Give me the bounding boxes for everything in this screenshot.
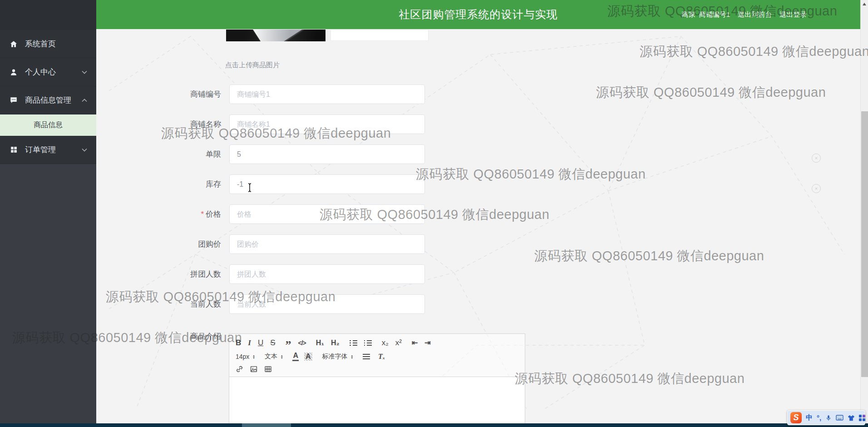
app-header: 社区团购管理系统的设计与实现 商家 商铺编号1 退出到前台 退出登录 [96,0,860,29]
sidebar-logo-area [0,0,96,30]
sidebar-item-label: 订单管理 [25,144,56,155]
text-style-select[interactable]: 文本 ▴▾ [265,353,283,361]
insert-image-button[interactable] [250,365,258,373]
sidebar-subitem-product-info[interactable]: 商品信息 [0,114,96,136]
toolbar-row-2: 14px ▴▾ 文本 ▴▾ A A [236,352,518,361]
header-user: 商家 商铺编号1 [682,10,730,19]
rich-text-editor: B I U S ” </> H₁ H₂ [229,333,525,427]
sidebar-item-profile[interactable]: 个人中心 [0,58,96,86]
spinner-arrows-icon: ▴▾ [253,354,255,359]
group-price-input[interactable] [229,234,425,254]
taskbar-edge [0,423,868,427]
group-size-input[interactable] [229,264,425,284]
video-icon [264,365,272,373]
italic-button[interactable]: I [248,339,251,347]
scrollbar-up-arrow-icon[interactable] [863,3,866,5]
underline-button[interactable]: U [258,339,263,347]
laptop-photo-fragment [252,30,307,41]
sidebar-item-product-mgmt[interactable]: 商品信息管理 [0,86,96,114]
chevron-up-icon [82,99,87,102]
punctuation-icon[interactable]: °, [817,414,821,422]
field-label-description: 商品介绍 [123,331,221,342]
stock-input[interactable] [229,174,425,194]
bullet-list-button[interactable] [364,340,372,346]
deco-circle-icon: × [812,154,821,163]
product-image-preview[interactable] [226,30,326,41]
app-window: 系统首页 个人中心 商品信息管理 商品信息 [0,0,868,427]
field-label-group-size: 拼团人数 [123,264,221,284]
insert-video-button[interactable] [264,365,272,373]
keyboard-icon[interactable] [836,415,843,421]
sidebar-subitem-label: 商品信息 [34,120,63,130]
chinese-mode-icon[interactable]: 中 [806,413,813,422]
indent-button[interactable]: ⇥ [424,339,430,347]
price-input[interactable] [229,204,425,224]
field-label-group-price: 团购价 [123,234,221,254]
deco-circle-icon: × [812,184,821,193]
top-input-fragment[interactable] [330,30,429,41]
spinner-arrows-icon: ▴▾ [351,354,353,359]
spinner-arrows-icon: ▴▾ [281,354,283,359]
field-label-shop-no: 商铺编号 [123,84,221,104]
exit-to-front-link[interactable]: 退出到前台 [738,10,772,19]
single-limit-input[interactable] [229,144,425,164]
header-links: 商家 商铺编号1 退出到前台 退出登录 [682,0,807,29]
clear-format-button[interactable]: Tₓ [378,353,385,361]
shop-no-input[interactable] [229,84,425,104]
field-label-price: *价格 [123,204,221,224]
sidebar: 系统首页 个人中心 商品信息管理 商品信息 [0,0,96,427]
field-label-current-count: 当前人数 [123,294,221,314]
bold-button[interactable]: B [236,339,241,347]
font-family-select[interactable]: 标准字体 ▴▾ [322,353,353,361]
scrollbar-thumb[interactable] [861,111,868,377]
superscript-button[interactable]: x² [395,339,402,347]
microphone-icon[interactable] [825,414,832,422]
bullet-list-icon [364,340,372,346]
sidebar-item-label: 系统首页 [25,39,56,49]
current-count-input[interactable] [229,294,425,314]
heading1-button[interactable]: H₁ [316,339,324,347]
editor-toolbar: B I U S ” </> H₁ H₂ [229,334,525,377]
sidebar-item-label: 商品信息管理 [25,95,71,105]
toolbox-icon[interactable] [859,415,865,421]
link-icon [236,365,243,373]
user-role-label: 商家 [682,10,695,19]
code-block-button[interactable]: </> [298,339,306,347]
user-icon [9,68,18,77]
background-color-button[interactable]: A [304,353,312,361]
main-content: 点击上传商品图片 商铺编号 商铺名称 单限 库存 *价格 团购价 拼团人数 当前… [96,29,860,427]
sidebar-item-home[interactable]: 系统首页 [0,30,96,58]
taskbar-active-segment [242,423,291,427]
skin-icon[interactable] [848,415,855,421]
align-icon [363,354,370,359]
heading2-button[interactable]: H₂ [331,339,340,347]
field-label-single-limit: 单限 [123,144,221,164]
insert-link-button[interactable] [236,365,243,373]
sogou-input-toolbar: S 中 °, [787,410,865,425]
font-size-select[interactable]: 14px ▴▾ [236,353,255,360]
strikethrough-button[interactable]: S [270,339,275,347]
upload-hint-label[interactable]: 点击上传商品图片 [225,61,280,70]
ordered-list-button[interactable] [350,340,357,346]
sidebar-item-order-mgmt[interactable]: 订单管理 [0,136,96,164]
text-color-button[interactable]: A [292,352,299,361]
sogou-logo[interactable]: S [790,412,802,423]
image-icon [250,365,258,373]
field-label-shop-name: 商铺名称 [123,114,221,134]
shop-name-input[interactable] [229,114,425,134]
sidebar-item-label: 个人中心 [25,67,56,77]
align-button[interactable] [363,354,370,359]
required-asterisk: * [201,210,204,218]
home-icon [9,40,18,49]
ordered-list-icon [350,340,357,346]
outdent-button[interactable]: ⇤ [412,339,418,347]
editor-text-area[interactable] [229,377,525,427]
page-scrollbar[interactable] [860,0,868,427]
chat-icon [9,96,18,105]
chevron-down-icon [82,148,87,152]
subscript-button[interactable]: x₂ [382,339,389,347]
blockquote-button[interactable]: ” [286,338,291,348]
text-cursor-icon [247,183,252,194]
chevron-down-icon [82,70,87,74]
logout-link[interactable]: 退出登录 [779,10,807,19]
